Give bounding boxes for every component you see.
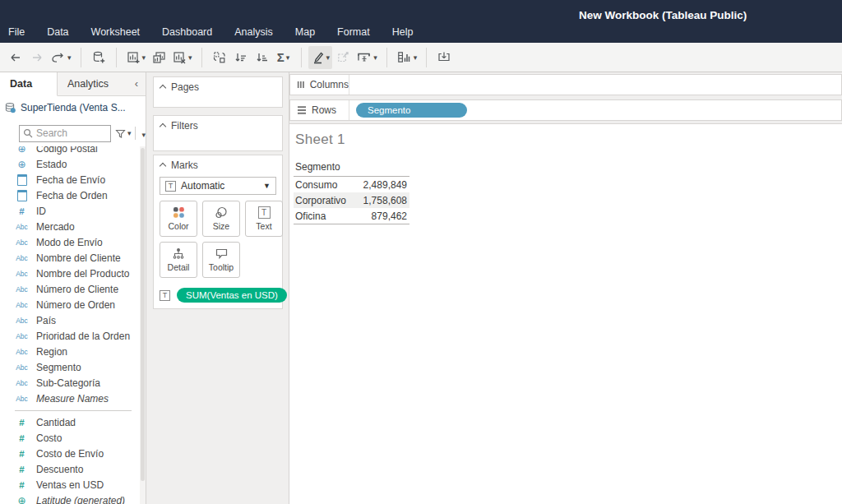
chevron-down-icon: ▼ bbox=[263, 182, 271, 190]
menu-item[interactable]: Worksheet bbox=[91, 26, 141, 38]
table-row[interactable]: Oficina 879,462 bbox=[294, 208, 409, 224]
new-worksheet-icon[interactable] bbox=[123, 46, 149, 69]
field-row[interactable]: Estado bbox=[0, 156, 140, 172]
highlight-icon[interactable] bbox=[308, 46, 333, 69]
field-row[interactable]: Nombre del Cliente bbox=[0, 250, 140, 266]
collapse-chevron-icon[interactable] bbox=[160, 85, 166, 91]
field-row[interactable]: Número de Cliente bbox=[0, 281, 140, 297]
redo-icon[interactable] bbox=[26, 46, 48, 69]
tab-data[interactable]: Data bbox=[0, 72, 58, 96]
menu-item[interactable]: Map bbox=[295, 26, 315, 38]
collapse-chevron-icon[interactable] bbox=[160, 123, 166, 130]
totals-icon[interactable]: Σ bbox=[273, 46, 294, 69]
field-row[interactable]: ID bbox=[0, 203, 140, 219]
field-row[interactable]: Latitude (generated) bbox=[0, 492, 140, 504]
data-pane-scrollbar[interactable] bbox=[140, 146, 146, 504]
field-type-icon bbox=[15, 362, 29, 372]
menu-item[interactable]: Help bbox=[392, 26, 414, 38]
sort-descending-icon[interactable] bbox=[252, 46, 273, 69]
undo-icon[interactable] bbox=[5, 46, 26, 69]
field-row[interactable]: Fecha de Envío bbox=[0, 172, 140, 187]
filter-fields-icon[interactable] bbox=[115, 128, 132, 139]
field-list-container: Código Postal Estado Fecha de Envío bbox=[0, 146, 140, 504]
pages-header: Pages bbox=[154, 77, 282, 95]
table-row[interactable]: Corporativo 1,758,608 bbox=[294, 192, 409, 208]
table-row[interactable]: Consumo 2,489,849 bbox=[294, 177, 409, 192]
scrollbar-thumb[interactable] bbox=[141, 148, 145, 481]
field-label: País bbox=[36, 315, 56, 326]
measure-pill[interactable]: SUM(Ventas en USD) bbox=[177, 288, 287, 303]
menu-item[interactable]: Format bbox=[337, 26, 370, 38]
field-row[interactable]: Region bbox=[0, 344, 140, 359]
field-row[interactable]: Prioridad de la Orden bbox=[0, 328, 140, 344]
tooltip-button[interactable]: Tooltip bbox=[202, 242, 240, 278]
search-box[interactable] bbox=[19, 125, 111, 142]
field-row[interactable]: Modo de Envío bbox=[0, 234, 140, 250]
tooltip-icon bbox=[215, 247, 229, 260]
menu-item[interactable]: Dashboard bbox=[162, 26, 212, 38]
new-data-source-icon[interactable] bbox=[88, 46, 109, 69]
detail-label: Detail bbox=[168, 262, 190, 272]
row-label: Consumo bbox=[294, 179, 356, 191]
detail-button[interactable]: Detail bbox=[160, 242, 197, 278]
toolbar-separator bbox=[81, 48, 81, 67]
toolbar-separator bbox=[426, 48, 427, 67]
duplicate-sheet-icon[interactable] bbox=[148, 46, 169, 69]
clear-sheet-icon[interactable] bbox=[169, 46, 195, 69]
pages-shelf[interactable]: Pages bbox=[153, 76, 283, 108]
marks-card: Marks T Automatic ▼ Color Size T Text bbox=[153, 155, 283, 309]
field-label: Mercado bbox=[36, 221, 75, 233]
field-row[interactable]: Segmento bbox=[0, 359, 140, 375]
table-header[interactable]: Segmento bbox=[294, 160, 409, 177]
filters-shelf[interactable]: Filters bbox=[153, 115, 283, 151]
field-row[interactable]: País bbox=[0, 312, 140, 328]
menu-item[interactable]: File bbox=[8, 26, 25, 38]
rows-shelf[interactable]: Rows Segmento bbox=[289, 99, 842, 121]
field-row[interactable]: Ventas en USD bbox=[0, 477, 140, 492]
field-label: Cantidad bbox=[36, 417, 76, 428]
size-label: Size bbox=[213, 221, 229, 231]
fit-icon[interactable] bbox=[354, 46, 380, 69]
field-row[interactable]: Sub-Categoría bbox=[0, 375, 140, 391]
row-label: Corporativo bbox=[294, 195, 356, 206]
color-button[interactable]: Color bbox=[160, 201, 197, 237]
field-row[interactable]: Measure Names bbox=[0, 391, 140, 406]
field-row[interactable]: Descuento bbox=[0, 461, 140, 477]
row-value: 2,489,849 bbox=[356, 179, 408, 191]
columns-shelf[interactable]: Columns bbox=[289, 74, 842, 95]
field-row[interactable]: Costo bbox=[0, 430, 140, 446]
text-button[interactable]: T Text bbox=[245, 201, 283, 237]
text-icon: T bbox=[258, 206, 271, 219]
field-label: Fecha de Envío bbox=[36, 174, 105, 186]
field-row[interactable]: Fecha de Orden bbox=[0, 187, 140, 203]
field-row[interactable]: Mercado bbox=[0, 219, 140, 234]
field-row[interactable]: Cantidad bbox=[0, 414, 140, 430]
rows-label: Rows bbox=[312, 104, 336, 116]
dimension-pill[interactable]: Segmento bbox=[356, 103, 467, 118]
menu-item[interactable]: Data bbox=[47, 26, 68, 38]
rows-shelf-label: Rows bbox=[290, 100, 349, 120]
field-row[interactable]: Código Postal bbox=[0, 146, 140, 156]
tab-analytics[interactable]: Analytics bbox=[58, 72, 127, 95]
swap-rows-columns-icon[interactable] bbox=[209, 46, 230, 69]
crosstab-table: Segmento Consumo 2,489,849 Corporativo 1… bbox=[294, 160, 409, 224]
field-row[interactable]: Nombre del Producto bbox=[0, 266, 140, 281]
collapse-pane-icon[interactable] bbox=[127, 72, 146, 95]
field-row[interactable]: Costo de Envío bbox=[0, 446, 140, 461]
search-input[interactable] bbox=[36, 127, 102, 139]
pages-label: Pages bbox=[171, 81, 199, 93]
view-options-icon[interactable] bbox=[140, 126, 146, 141]
show-cards-icon[interactable] bbox=[394, 46, 420, 69]
size-button[interactable]: Size bbox=[202, 201, 240, 237]
sort-ascending-icon[interactable] bbox=[230, 46, 252, 69]
datasource-row[interactable]: SuperTienda (Venta S... bbox=[0, 97, 146, 118]
replay-icon[interactable] bbox=[48, 46, 74, 69]
mark-type-dropdown[interactable]: T Automatic ▼ bbox=[160, 177, 276, 195]
annotate-icon[interactable] bbox=[332, 46, 354, 69]
presentation-mode-icon[interactable] bbox=[433, 46, 455, 69]
field-row[interactable]: Número de Orden bbox=[0, 297, 140, 312]
collapse-chevron-icon[interactable] bbox=[160, 163, 166, 169]
menu-item[interactable]: Analysis bbox=[234, 26, 273, 38]
field-label: ID bbox=[36, 206, 46, 217]
sheet-title[interactable]: Sheet 1 bbox=[295, 132, 345, 148]
